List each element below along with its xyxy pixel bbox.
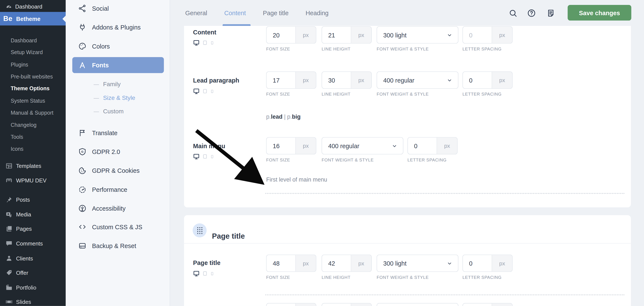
content-letter-spacing-input[interactable]: 0 px [462, 26, 512, 44]
wp-submenu-tools[interactable]: Tools [11, 134, 23, 143]
wp-menu-pages[interactable]: Pages [0, 222, 66, 235]
wp-menu-slides[interactable]: Slides [0, 296, 66, 306]
wp-menu-portfolio[interactable]: Portfolio [0, 281, 66, 294]
wp-menu-templates[interactable]: Templates [0, 160, 66, 172]
fonts-sub-custom[interactable]: — Custom [66, 106, 170, 116]
save-changes-button[interactable]: Save changes [568, 5, 632, 20]
wp-submenu-icons[interactable]: Icons [11, 146, 24, 155]
wp-submenu-changelog[interactable]: Changelog [11, 122, 36, 131]
wp-menu-offer[interactable]: Offer [0, 266, 66, 279]
options-item-accessibility[interactable]: Accessibility [66, 202, 170, 214]
wp-submenu-dashboard[interactable]: Dashboard [11, 38, 37, 46]
betheme-options-sidebar: Social Addons & Plugins Colors Fonts — F… [66, 0, 170, 306]
wp-menu-betheme[interactable]: Be Betheme [0, 12, 66, 26]
tablet-icon[interactable] [202, 89, 208, 94]
options-item-social[interactable]: Social [66, 2, 170, 14]
next-row-line-height-input[interactable] [322, 303, 372, 306]
drag-handle[interactable] [193, 224, 206, 237]
tablet-icon[interactable] [202, 154, 208, 160]
wp-submenu-setup-wizard[interactable]: Setup Wizard [11, 49, 43, 58]
templates-icon [5, 162, 13, 170]
lead-selectors-note: p.lead | p.big [266, 113, 300, 120]
caption-letter-spacing: LETTER SPACING [408, 158, 446, 162]
notes-icon[interactable] [546, 8, 555, 18]
caption-font-size: FONT SIZE [266, 92, 290, 96]
share-icon [78, 4, 86, 12]
page-title-line-height-input[interactable]: 42 px [322, 255, 372, 272]
next-row-font-weight-select[interactable] [377, 303, 458, 306]
wp-menu-dashboard[interactable]: Dashboard [0, 1, 66, 12]
lead-letter-spacing-input[interactable]: 0 px [462, 72, 512, 89]
help-icon[interactable] [527, 8, 536, 18]
wp-menu-wpmu-dev[interactable]: WPMU DEV [0, 174, 66, 186]
caption-font-weight: FONT WEIGHT & STYLE [377, 275, 429, 280]
desktop-icon[interactable] [193, 39, 200, 46]
caption-letter-spacing: LETTER SPACING [462, 275, 502, 280]
content-font-size-input[interactable]: 20 px [266, 26, 316, 44]
tab-general[interactable]: General [185, 10, 207, 16]
plug-icon [78, 23, 86, 32]
wp-menu-media[interactable]: Media [0, 208, 66, 221]
fonts-sub-family[interactable]: — Family [66, 79, 170, 90]
wp-menu-clients[interactable]: Clients [0, 252, 66, 264]
search-icon[interactable] [508, 8, 518, 18]
content-line-height-input[interactable]: 21 px [322, 26, 372, 44]
options-item-gdpr-20[interactable]: G GDPR 2.0 [66, 146, 170, 158]
phone-icon[interactable] [210, 272, 214, 277]
options-item-gdpr-cookies[interactable]: GDPR & Cookies [66, 164, 170, 177]
wp-submenu-prebuilt-websites[interactable]: Pre-built websites [11, 74, 53, 82]
wp-menu-comments[interactable]: Comments [0, 237, 66, 250]
desktop-icon[interactable] [193, 88, 200, 94]
phone-icon[interactable] [210, 41, 214, 46]
page-title-font-size-input[interactable]: 48 px [266, 255, 316, 272]
row-separator [266, 294, 624, 295]
tab-heading[interactable]: Heading [306, 10, 328, 16]
gauge-icon [5, 3, 12, 10]
phone-icon[interactable] [210, 155, 214, 160]
next-row-font-size-input[interactable] [266, 303, 316, 306]
page-title-font-weight-select[interactable]: 300 light [377, 255, 458, 272]
main-menu-font-size-input[interactable]: 16 px [266, 137, 316, 154]
wp-submenu-system-status[interactable]: System Status [11, 98, 45, 107]
fonts-sub-size-style[interactable]: — Size & Style [66, 92, 170, 103]
row-label-main-menu: Main menu [193, 142, 225, 150]
caption-font-weight: FONT WEIGHT & STYLE [377, 92, 429, 96]
content-font-weight-select[interactable]: 300 light [377, 26, 458, 44]
tablet-icon[interactable] [202, 271, 208, 277]
caption-font-size: FONT SIZE [266, 158, 290, 162]
media-icon [5, 211, 13, 218]
chevron-down-icon [447, 261, 452, 266]
desktop-icon[interactable] [193, 270, 200, 277]
content-fonts-card: Content 20 px 21 px 300 light 0 px [184, 26, 631, 208]
options-item-backup-reset[interactable]: Backup & Reset [66, 240, 170, 252]
desktop-icon[interactable] [193, 153, 200, 160]
wp-submenu-plugins[interactable]: Plugins [11, 62, 28, 70]
wp-submenu-manual-support[interactable]: Manual & Support [11, 110, 54, 119]
caption-font-weight: FONT WEIGHT & STYLE [377, 46, 429, 51]
main-menu-font-weight-select[interactable]: 400 regular [322, 137, 404, 154]
options-item-fonts[interactable]: Fonts [72, 57, 164, 73]
wp-menu-posts[interactable]: Posts [0, 194, 66, 206]
lead-line-height-input[interactable]: 30 px [322, 72, 372, 89]
page-title-letter-spacing-input[interactable]: 0 px [462, 255, 512, 272]
tablet-icon[interactable] [202, 40, 208, 46]
palette-icon [78, 42, 86, 50]
options-item-translate[interactable]: Translate [66, 126, 170, 139]
options-item-colors[interactable]: Colors [66, 40, 170, 52]
lead-font-size-input[interactable]: 17 px [266, 72, 316, 89]
phone-icon[interactable] [210, 90, 214, 94]
chevron-down-icon [392, 143, 397, 148]
options-item-performance[interactable]: Performance [66, 183, 170, 196]
main-content: General Content Page title Heading Save … [170, 0, 644, 306]
lead-font-weight-select[interactable]: 400 regular [377, 72, 458, 89]
device-toggle-group [193, 153, 214, 160]
options-item-addons-plugins[interactable]: Addons & Plugins [66, 21, 170, 33]
main-menu-letter-spacing-input[interactable]: 0 px [408, 137, 458, 154]
tab-content[interactable]: Content [224, 10, 246, 16]
tab-page-title[interactable]: Page title [263, 10, 288, 16]
wp-submenu-theme-options[interactable]: Theme Options [11, 85, 50, 94]
next-row-letter-spacing-input[interactable] [462, 303, 512, 306]
current-menu-arrow-icon [62, 16, 66, 22]
caption-letter-spacing: LETTER SPACING [462, 92, 502, 96]
options-item-custom-css-js[interactable]: Custom CSS & JS [66, 220, 170, 233]
